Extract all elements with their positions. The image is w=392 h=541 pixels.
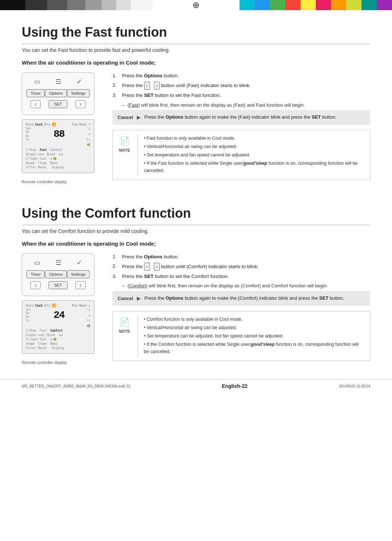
- fast-dash-line: – (Fast) will blink first, then remain o…: [122, 102, 370, 109]
- lcd-step-row: 2-Step Fast Comfort: [26, 148, 90, 152]
- comfort-step-1: 1. Press the Options button.: [113, 253, 370, 261]
- top-color-bar: ⊕: [0, 0, 392, 10]
- comfort-lcd-single-row: Single user Quiet ⚙🌡: [26, 333, 90, 337]
- comfort-lcd-filter-row: Filter Reset Display: [26, 346, 90, 351]
- comfort-note-label: NOTE: [119, 328, 130, 335]
- comfort-lcd-cool: Cool: [35, 304, 43, 307]
- right-nav-inline: ›: [154, 82, 160, 90]
- comfort-lcd-heat: Heat: [79, 304, 87, 307]
- fast-remotes: ▭ ☲ ✓ Timer Options Settings ‹ SET ›: [22, 72, 102, 184]
- settings-button-2[interactable]: Settings: [67, 270, 90, 278]
- settings-button[interactable]: Settings: [67, 89, 90, 97]
- comfort-remote-control: ▭ ☲ ✓ Timer Options Settings ‹ SET ›: [22, 253, 94, 296]
- comfort-lcd-comfort-label: Comfort: [50, 329, 62, 332]
- lcd-right-labels: °C ≡ hr 🌿: [87, 127, 90, 148]
- color-swatch: [377, 0, 392, 10]
- comfort-note-item-2: Vertical/Horizontal air swing can be adj…: [144, 324, 365, 331]
- lcd-bottom-rows: 2-Step Fast Comfort Single user Quiet ⚙🌡…: [26, 148, 90, 170]
- comfort-lcd-auto: Auto: [26, 304, 34, 307]
- color-swatch: [116, 0, 131, 10]
- timer-button-2[interactable]: Timer: [26, 270, 45, 278]
- color-swatch: [131, 0, 152, 10]
- comfort-lcd-left-labels: Set On On ℃: [26, 308, 31, 323]
- color-swatch: [270, 0, 285, 10]
- comfort-lcd-temp-area: 24: [53, 310, 64, 321]
- remote-top-icons: ▭ ☲ ✓: [26, 78, 90, 86]
- lcd-single-row: Single user Quiet ⚙🌡: [26, 152, 90, 157]
- fast-remote-control: ▭ ☲ ✓ Timer Options Settings ‹ SET ›: [22, 72, 94, 115]
- note-divider: [138, 135, 138, 175]
- color-swatch: [47, 0, 67, 10]
- lcd-bars-icon: ≡: [87, 132, 90, 137]
- set-button[interactable]: SET: [49, 100, 67, 108]
- lcd-cool: Cool: [35, 123, 43, 126]
- comfort-note-box: 📄 NOTE Comfort function is only availabl…: [113, 311, 370, 361]
- fast-note-item-2: Vertical/Horizontal air swing can be adj…: [144, 143, 365, 150]
- lcd-on1-label: On: [26, 131, 31, 134]
- fast-left-col: ▭ ☲ ✓ Timer Options Settings ‹ SET ›: [22, 72, 102, 184]
- footer-file-info: MG_BETTER_ON&OFF_A3050_IB&IM_EN_DB68-045…: [22, 384, 130, 388]
- left-arrow-button-2[interactable]: ‹: [30, 281, 41, 289]
- color-swatch: [102, 0, 116, 10]
- comfort-lcd-usage-row: Usage Clean Beep: [26, 342, 90, 346]
- footer-date-info: 2014/9/26 16:28:04: [339, 384, 370, 388]
- comfort-lcd-mode-row: Auto Cool Dry 📶 Fan Heat ⚡: [26, 304, 90, 307]
- comfort-note-divider: [138, 316, 138, 356]
- color-swatch: [0, 0, 25, 10]
- comfort-cancel-label: Cancel: [118, 295, 133, 302]
- comfort-lcd-temp-value: 24: [53, 310, 64, 321]
- comfort-lcd-bottom-rows: 2-Step Fast Comfort Single user Quiet ⚙🌡…: [26, 329, 90, 351]
- left-arrow-button[interactable]: ‹: [30, 100, 41, 108]
- comfort-lcd-leaf-icon: 🌿: [87, 324, 90, 329]
- lcd-power-icon: ⚡: [89, 123, 90, 126]
- comfort-function-section: Using the Comfort function You can set t…: [22, 206, 370, 365]
- fast-steps-list: 1. Press the Options button. 2. Press th…: [113, 72, 370, 99]
- color-swatch: [362, 0, 377, 10]
- options-button[interactable]: Options: [45, 89, 67, 97]
- comfort-lcd-set-label: Set: [26, 308, 31, 312]
- fast-note-icon-area: 📄 NOTE: [117, 135, 132, 154]
- comfort-section-title: Using the Comfort function: [22, 206, 370, 225]
- temp-icon: ▭: [34, 78, 40, 86]
- comfort-lcd-dlight-row: d'light Cool 🌡🌿: [26, 337, 90, 342]
- timer-button[interactable]: Timer: [26, 89, 45, 97]
- color-swatch: [255, 0, 270, 10]
- set-button-2[interactable]: SET: [49, 281, 67, 289]
- grayscale-bar: [0, 0, 152, 10]
- fast-lcd-display: Auto Cool Dry 📶 Fan Heat ⚡: [22, 119, 94, 173]
- lcd-dry: Dry: [44, 123, 50, 126]
- comfort-lcd-celsius-label: ℃: [26, 319, 31, 323]
- lcd-temp-value: 88: [53, 128, 64, 140]
- comfort-remote-nav-row: ‹ SET ›: [26, 281, 90, 289]
- comfort-dash-line: – (Comfort) will blink first, then remai…: [122, 282, 370, 290]
- options-button-2[interactable]: Options: [45, 270, 67, 278]
- lcd-celsius-label: ℃: [26, 138, 31, 142]
- fast-cancel-label: Cancel: [118, 114, 133, 121]
- color-swatch: [240, 0, 255, 10]
- lcd-wifi-icon: 📶: [52, 123, 56, 126]
- comfort-cancel-box: Cancel ▶ Press the Options button again …: [113, 291, 370, 306]
- comfort-section-subtitle: You can set the Comfort function to prov…: [22, 228, 370, 234]
- comfort-lcd-celsius-right: °C: [87, 308, 90, 313]
- fast-right-col: 1. Press the Options button. 2. Press th…: [113, 72, 370, 184]
- right-arrow-button-2[interactable]: ›: [75, 281, 86, 289]
- fast-remote-label: Remote controller display: [22, 180, 102, 184]
- fast-note-item-4: If the Fast function is selected while S…: [144, 160, 365, 174]
- page-number: English-22: [130, 383, 339, 389]
- comfort-lcd-on1-label: On: [26, 312, 31, 315]
- lcd-filter-row: Filter Reset Display: [26, 165, 90, 170]
- fast-note-list: Fast function is only available in Cool …: [144, 135, 365, 174]
- comfort-remote-label: Remote controller display: [22, 360, 102, 365]
- left-nav-inline: ‹: [144, 82, 150, 90]
- color-swatch: [331, 0, 346, 10]
- comfort-section-heading: When the air conditioner is operating in…: [22, 241, 370, 247]
- fast-note-item-3: Set temperature and fan speed cannot be …: [144, 151, 365, 159]
- right-arrow-button[interactable]: ›: [75, 100, 86, 108]
- lcd-temp-area: 88: [53, 128, 64, 140]
- fan-icon-2: ☲: [56, 259, 61, 267]
- lcd-celsius-right: °C: [87, 127, 90, 132]
- comfort-lcd-fan: Fan: [72, 304, 78, 307]
- temp-icon-2: ▭: [34, 259, 40, 267]
- comfort-remotes: ▭ ☲ ✓ Timer Options Settings ‹ SET ›: [22, 253, 102, 365]
- comfort-lcd-on2-label: On: [26, 315, 31, 319]
